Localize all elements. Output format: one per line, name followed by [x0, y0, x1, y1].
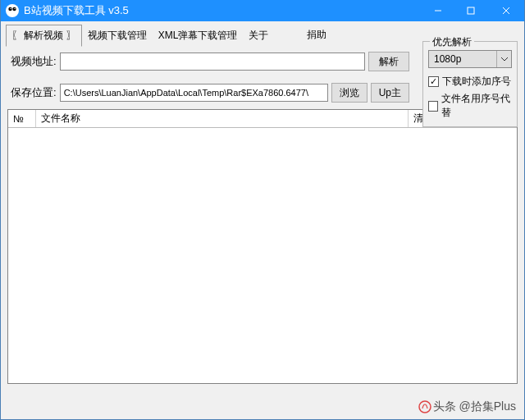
uploader-button[interactable]: Up主 — [371, 83, 409, 103]
svg-point-2 — [12, 7, 16, 11]
window-title: B站视频下载工具 v3.5 — [24, 3, 422, 18]
save-path-label: 保存位置: — [11, 85, 57, 100]
window-controls — [422, 0, 524, 21]
maximize-button[interactable] — [454, 0, 487, 21]
video-url-label: 视频地址: — [11, 54, 57, 69]
minimize-button[interactable] — [422, 0, 454, 21]
tab-xml-danmaku-management[interactable]: XML弹幕下载管理 — [153, 25, 244, 47]
svg-point-0 — [6, 4, 19, 17]
table-body[interactable] — [8, 128, 517, 383]
tab-download-management[interactable]: 视频下载管理 — [82, 25, 153, 47]
checkbox-add-sequence[interactable]: ✓ 下载时添加序号 — [428, 73, 512, 90]
browse-button[interactable]: 浏览 — [331, 83, 368, 103]
watermark-text: 头条 @拾集Plus — [433, 399, 516, 414]
save-path-input[interactable] — [60, 84, 328, 102]
checkbox-add-sequence-label: 下载时添加序号 — [442, 75, 511, 89]
resolution-selected: 1080p — [434, 53, 461, 65]
uncheck-icon — [428, 101, 438, 112]
checkbox-sequence-replace-name[interactable]: 文件名用序号代替 — [428, 90, 512, 121]
app-icon — [4, 2, 21, 19]
col-header-number[interactable]: № — [8, 110, 36, 127]
priority-parse-panel: 优先解析 1080p ✓ 下载时添加序号 文件名用序号代替 — [422, 41, 518, 127]
close-button[interactable] — [487, 0, 524, 21]
parse-button[interactable]: 解析 — [368, 52, 409, 71]
file-table: № 文件名称 清晰度 视频个数 — [7, 109, 518, 384]
tab-parse-video[interactable]: 〖 解析视频 〗 — [6, 25, 82, 47]
svg-rect-6 — [468, 7, 474, 14]
title-bar: B站视频下载工具 v3.5 — [1, 0, 524, 21]
watermark: 头条 @拾集Plus — [418, 399, 516, 414]
donate-link[interactable]: 捐助 — [299, 25, 335, 47]
resolution-select[interactable]: 1080p — [428, 50, 512, 68]
check-icon: ✓ — [428, 76, 439, 87]
svg-point-9 — [419, 401, 431, 413]
svg-point-3 — [10, 8, 11, 9]
svg-point-1 — [8, 7, 11, 11]
priority-legend: 优先解析 — [430, 35, 474, 49]
watermark-icon — [418, 400, 431, 413]
tab-about[interactable]: 关于 — [243, 25, 274, 47]
col-header-filename[interactable]: 文件名称 — [36, 110, 409, 127]
video-url-input[interactable] — [60, 52, 365, 71]
chevron-down-icon — [496, 51, 511, 67]
svg-point-4 — [14, 8, 15, 9]
checkbox-sequence-replace-label: 文件名用序号代替 — [441, 92, 512, 120]
